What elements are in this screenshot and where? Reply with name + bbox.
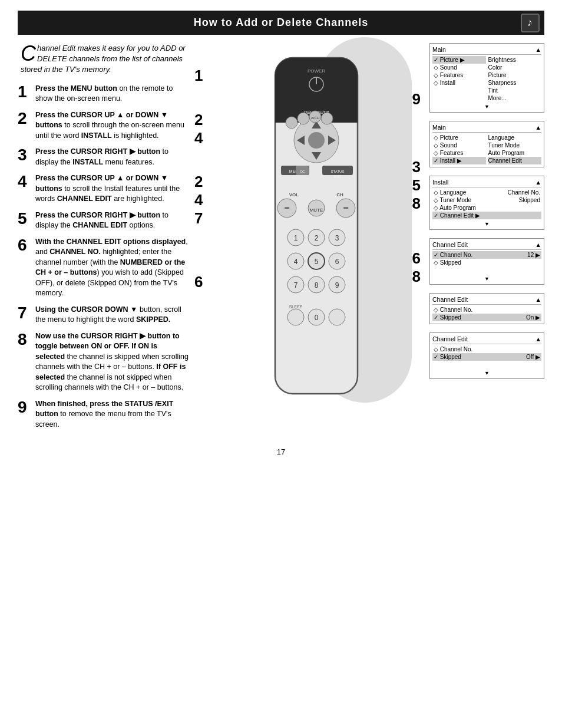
svg-text:SLEEP: SLEEP (289, 305, 303, 309)
step-8: 8 Now use the CURSOR RIGHT ▶ button to t… (18, 331, 189, 393)
step-7: 7 Using the CURSOR DOWN ▼ but­ton, scrol… (18, 305, 189, 325)
svg-text:POWER: POWER (308, 68, 325, 74)
svg-text:5: 5 (315, 258, 319, 266)
svg-text:MUTE: MUTE (310, 207, 323, 213)
svg-text:2: 2 (315, 234, 319, 242)
menu2-channel: Channel Edit (488, 157, 542, 164)
svg-point-16 (321, 113, 333, 124)
callout-9: 9 (412, 90, 421, 108)
menu1-tint: Tint (488, 87, 542, 94)
step-9-text: When finished, press the STATUS /EXIT bu… (35, 399, 189, 430)
page-header: How to Add or Delete Channels ♪ (18, 11, 544, 35)
menu1-title: Main (432, 46, 446, 53)
svg-text:−: − (343, 203, 348, 213)
header-title: How to Add or Delete Channels (194, 17, 368, 28)
instructions-panel: Channel Edit makes it easy for you to AD… (18, 43, 189, 436)
menu1-row-install: ◇ Install (432, 79, 486, 87)
callout-2-top: 24 (194, 111, 203, 147)
step-7-text: Using the CURSOR DOWN ▼ but­ton, scroll … (35, 305, 189, 325)
step-3-text: Press the CURSOR RIGHT ▶ but­ton to disp… (35, 147, 189, 167)
callout-3: 358 (412, 158, 421, 213)
menu1-color: Color (488, 64, 542, 71)
step-3: 3 Press the CURSOR RIGHT ▶ but­ton to di… (18, 147, 189, 167)
menu2-row-sound: ◇ Sound (432, 141, 486, 149)
svg-text:9: 9 (335, 281, 339, 289)
menu4-skipped: ◇ Skipped (432, 259, 541, 266)
callout-6: 6 (194, 273, 203, 291)
menu-box-4: Channel Edit ▲ ✓ Channel No.12 ▶ ◇ Skipp… (429, 238, 544, 285)
menu3-auto: ◇ Auto Program (432, 204, 541, 212)
menu2-row-picture: ◇ Picture (432, 134, 486, 141)
drop-cap: C (21, 45, 36, 62)
remote-svg: POWER QuadraSurf™ A/CH (263, 55, 369, 397)
svg-text:4: 4 (294, 258, 298, 266)
menu6-title: Channel Edit (432, 335, 468, 342)
menu1-brightness: Brightness (488, 56, 542, 64)
step-2-text: Press the CURSOR UP ▲ or DOWN ▼ buttons … (35, 110, 189, 141)
page-number: 17 (0, 447, 562, 468)
menu3-tuner: ◇ Tuner ModeSkipped (432, 196, 541, 204)
svg-text:CH: CH (336, 192, 343, 197)
menu3-title: Install (432, 179, 448, 186)
menu4-scroll-down: ▼ (432, 276, 541, 282)
menu5-channel-no: ◇ Channel No. (432, 306, 541, 314)
menu3-channel: ✓ Channel Edit ▶ (432, 212, 541, 219)
svg-point-55 (329, 309, 345, 325)
svg-text:VOL: VOL (289, 192, 299, 197)
menu6-scroll-down: ▼ (432, 370, 541, 376)
menu5-title: Channel Edit (432, 296, 468, 303)
menu2-tuner: Tuner Mode (488, 141, 542, 149)
menu-box-5: Channel Edit ▲ ◇ Channel No. ✓ SkippedOn… (429, 293, 544, 324)
intro-text: Channel Edit makes it easy for you to AD… (18, 43, 189, 75)
menu3-scroll-down: ▼ (432, 221, 541, 227)
svg-text:A/CH: A/CH (311, 116, 319, 120)
step-8-number: 8 (18, 331, 31, 348)
callout-2-bottom: 247 (194, 173, 203, 228)
svg-text:STATUS: STATUS (331, 170, 345, 173)
menu6-skipped: ✓ SkippedOff ▶ (432, 353, 541, 361)
menu1-row-features: ◇ Features (432, 71, 486, 79)
menu4-title: Channel Edit (432, 241, 468, 248)
menu1-more: More... (488, 94, 542, 102)
menu3-language: ◇ LanguageChannel No. (432, 189, 541, 196)
menu1-sharpness: Sharpness (488, 79, 542, 87)
step-5: 5 Press the CURSOR RIGHT ▶ but­ton to di… (18, 210, 189, 231)
step-1-number: 1 (18, 84, 31, 100)
menu2-row-features: ◇ Features (432, 149, 486, 157)
step-6: 6 With the CHANNEL EDIT options displaye… (18, 237, 189, 299)
menu2-row-install: ✓ Install ▶ (432, 157, 486, 164)
svg-point-13 (286, 117, 297, 129)
step-6-number: 6 (18, 237, 31, 253)
svg-text:3: 3 (335, 234, 339, 242)
callout-1: 1 (194, 67, 203, 85)
step-7-number: 7 (18, 305, 31, 321)
menu1-scroll-down: ▼ (432, 104, 541, 110)
menu5-skipped: ✓ SkippedOn ▶ (432, 314, 541, 321)
header-icon: ♪ (521, 14, 540, 32)
menu2-title: Main (432, 124, 446, 131)
step-5-text: Press the CURSOR RIGHT ▶ but­ton to disp… (35, 210, 189, 231)
step-3-number: 3 (18, 147, 31, 163)
step-4: 4 Press the CURSOR UP ▲ or DOWN ▼ button… (18, 173, 189, 205)
intro-body: hannel Edit makes it easy for you to ADD… (21, 44, 186, 74)
menu-box-1: Main ▲ ✓ Picture ▶ ◇ Sound ◇ Features ◇ … (429, 43, 544, 113)
menu1-row-sound: ◇ Sound (432, 64, 486, 71)
menu6-channel-no: ◇ Channel No. (432, 345, 541, 353)
step-4-text: Press the CURSOR UP ▲ or DOWN ▼ buttons … (35, 173, 189, 205)
svg-text:6: 6 (335, 258, 339, 266)
svg-text:CC: CC (300, 170, 305, 173)
step-8-text: Now use the CURSOR RIGHT ▶ button to tog… (35, 331, 189, 393)
svg-text:/EXIT: /EXIT (334, 174, 342, 178)
menu2-auto: Auto Program (488, 149, 542, 157)
step-9: 9 When finished, press the STATUS /EXIT … (18, 399, 189, 430)
menu4-channel-no: ✓ Channel No.12 ▶ (432, 251, 541, 259)
step-9-number: 9 (18, 399, 31, 416)
step-2: 2 Press the CURSOR UP ▲ or DOWN ▼ button… (18, 110, 189, 141)
svg-text:0: 0 (315, 314, 319, 322)
remote-area: 1 24 247 6 9 358 68 POWER QuadraSurf™ (194, 43, 424, 436)
svg-text:8: 8 (315, 281, 319, 289)
callout-6-right: 68 (412, 249, 421, 286)
menu1-picture: Picture (488, 71, 542, 79)
step-1-text: Press the MENU button on the remote to s… (35, 84, 189, 104)
step-6-text: With the CHANNEL EDIT options displayed,… (35, 237, 189, 299)
